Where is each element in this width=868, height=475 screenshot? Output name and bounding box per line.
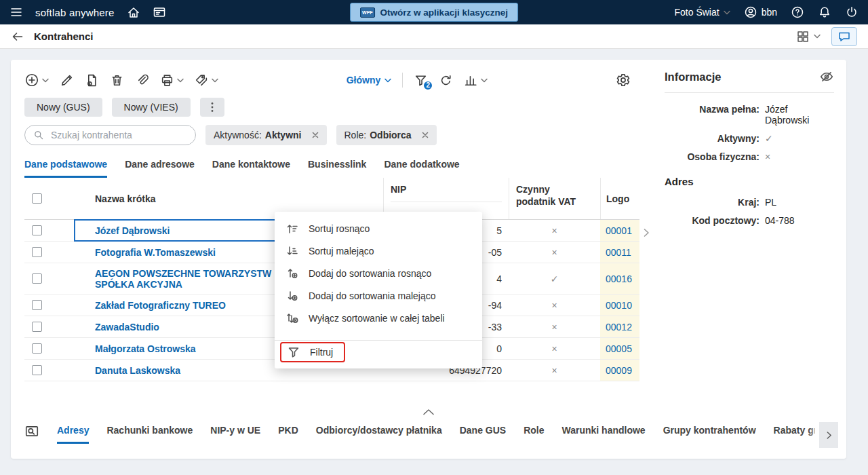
collapse-chevron-up-icon[interactable] [422,408,435,415]
bottom-tab-pkd[interactable]: PKD [278,425,298,442]
vat-status-cell: × [509,225,600,236]
menu-item-sort-ascending[interactable]: Sortuj rosnąco [275,217,482,240]
view-selector[interactable]: Główny [347,75,392,86]
column-header-vat[interactable]: Czynny podatnik VAT [509,178,600,219]
chevron-down-icon [177,78,184,83]
info-panel: Informacje Nazwa pełna: Józef Dąbrowski … [652,60,846,406]
hide-panel-eye-off-icon[interactable] [819,69,834,84]
help-icon[interactable] [791,5,804,19]
news-panel-icon[interactable] [153,5,166,19]
toolbar-divider [402,73,403,88]
menu-item-filter[interactable]: Filtruj [275,341,482,363]
row-checkbox[interactable] [32,273,42,284]
preview-search-icon[interactable] [24,425,39,439]
bottom-tab-grupy-kontrahentow[interactable]: Grupy kontrahentów [663,425,756,442]
tab-dane-dodatkowe[interactable]: Dane dodatkowe [384,159,459,178]
row-checkbox[interactable] [32,322,42,332]
chip-value: Odbiorca [370,130,411,140]
annotation-highlight: Filtruj [280,342,345,362]
settings-gear-icon[interactable] [616,73,631,88]
divider [665,92,834,93]
column-header-logo[interactable]: Logo [600,178,639,219]
bottom-tab-nipy-w-ue[interactable]: NIP-y w UE [210,425,260,442]
bottom-tab-rachunki-bankowe[interactable]: Rachunki bankowe [106,425,193,442]
filter-chip-role[interactable]: Role: Odbiorca [336,125,437,145]
field-label: Kraj: [665,197,760,208]
home-icon[interactable] [127,5,140,19]
add-button[interactable] [24,73,49,88]
field-value: ✓ [765,133,834,144]
page-title: Kontrahenci [34,31,94,42]
row-checkbox[interactable] [32,365,42,375]
attachment-paperclip-icon[interactable] [135,73,149,88]
document-info-icon[interactable] [85,73,99,88]
company-selector[interactable]: Foto Świat [675,7,730,18]
menu-item-sort-descending[interactable]: Sortuj malejąco [275,240,482,262]
feedback-chat-button[interactable] [831,27,857,46]
company-name: Foto Świat [675,7,719,18]
add-sort-descending-icon [285,289,299,303]
more-options-kebab-button[interactable] [200,98,224,117]
bottom-tab-warunki-handlowe[interactable]: Warunki handlowe [562,425,646,442]
remove-chip-icon[interactable] [422,132,429,138]
tab-businesslink[interactable]: Businesslink [308,159,366,178]
chevron-down-icon [384,78,391,83]
remove-chip-icon[interactable] [312,132,319,138]
row-checkbox[interactable] [32,343,42,354]
edit-pencil-icon[interactable] [60,73,74,88]
bar-chart-icon [464,73,478,88]
refresh-icon[interactable] [439,73,453,88]
info-panel-title: Informacje [665,71,721,83]
search-box[interactable] [24,125,196,145]
notifications-bell-icon[interactable] [818,5,831,19]
search-input[interactable] [50,129,187,141]
bottom-tab-adresy[interactable]: Adresy [57,425,89,444]
chip-value: Aktywni [265,130,302,140]
disable-sorting-icon [285,311,299,325]
row-checkbox[interactable] [32,247,42,257]
labels-tags-button[interactable] [195,73,218,88]
chat-bubble-icon [837,30,851,43]
bottom-tab-rabaty-grup[interactable]: Rabaty grup materiałowych [774,425,815,442]
bottom-tab-odbiorcy-dostawcy[interactable]: Odbiorcy/dostawcy płatnika [316,425,442,442]
power-logout-icon[interactable] [845,5,859,19]
wpf-icon: WPF [360,7,375,18]
chevron-down-icon [481,78,488,83]
menu-item-add-sort-ascending[interactable]: Dodaj do sortowania rosnąco [275,262,482,284]
vat-status-cell: × [509,343,600,354]
page-header: Kontrahenci [0,24,868,49]
bottom-tab-dane-gus[interactable]: Dane GUS [460,425,506,442]
chevron-down-icon [42,78,49,83]
chip-label: Role: [344,130,367,140]
print-button[interactable] [160,73,184,88]
row-checkbox[interactable] [32,300,42,310]
bottom-tab-role[interactable]: Role [524,425,544,442]
layout-switcher[interactable] [796,30,821,43]
tabs-scroll-right-button[interactable] [819,422,838,448]
logo-cell: 00009 [600,360,639,381]
new-vies-button[interactable]: Nowy (VIES) [112,98,191,117]
user-menu[interactable]: bbn [744,5,777,19]
menu-item-disable-sorting[interactable]: Wyłącz sortowanie w całej tabeli [275,307,482,329]
analysis-chart-button[interactable] [464,73,488,88]
logo-cell: 00005 [600,338,639,359]
select-all-checkbox[interactable] [32,193,42,204]
delete-trash-icon[interactable] [110,73,124,88]
hamburger-menu-icon[interactable] [9,5,23,19]
row-checkbox[interactable] [32,225,42,235]
search-icon [33,130,44,140]
panel-splitter[interactable] [640,60,652,406]
tab-dane-adresowe[interactable]: Dane adresowe [125,159,195,178]
logo-cell: 00010 [600,294,639,316]
menu-item-add-sort-descending[interactable]: Dodaj do sortowania malejąco [275,284,482,307]
tab-dane-kontaktowe[interactable]: Dane kontaktowe [212,159,290,178]
filters-button[interactable]: 2 [414,73,428,88]
user-icon [744,5,757,19]
back-arrow-icon[interactable] [11,30,24,43]
open-classic-app-button[interactable]: WPF Otwórz w aplikacji klasycznej [350,3,518,22]
tab-dane-podstawowe[interactable]: Dane podstawowe [24,159,107,178]
vat-status-cell: × [509,322,600,332]
new-gus-button[interactable]: Nowy (GUS) [24,98,102,117]
chip-label: Aktywność: [214,130,262,140]
filter-chip-activity[interactable]: Aktywność: Aktywni [205,125,327,145]
